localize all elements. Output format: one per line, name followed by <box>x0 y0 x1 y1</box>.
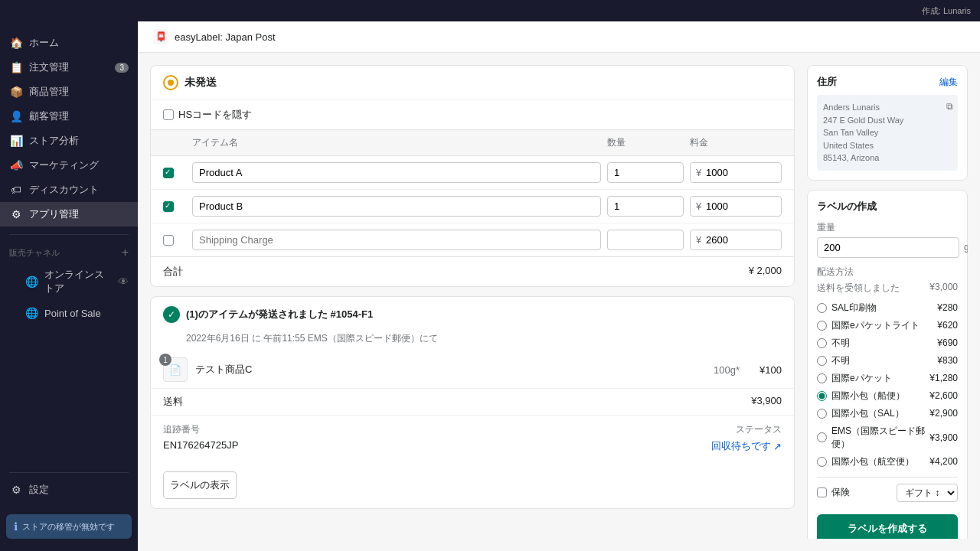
sidebar-item-products[interactable]: 📦 商品管理 <box>0 80 138 104</box>
analytics-icon: 📊 <box>9 134 23 148</box>
tracking-label: 追跡番号 <box>163 423 471 436</box>
sales-channels-label: 販売チャネル <box>9 247 60 259</box>
sidebar-item-apps[interactable]: ⚙ アプリ管理 <box>0 202 138 227</box>
radio-intl_parcel_sal[interactable] <box>817 409 827 419</box>
tracking-link[interactable]: 回収待ちです ↗ <box>474 439 782 453</box>
channels-container: 🌐 オンラインストア 👁 🌐 Point of Sale <box>0 262 138 325</box>
sidebar-item-settings[interactable]: ⚙ 設定 <box>0 478 138 502</box>
insurance-checkbox[interactable] <box>817 487 827 497</box>
sidebar-item-analytics[interactable]: 📊 ストア分析 <box>0 129 138 153</box>
address-card: 住所 編集 Anders Lunaris247 E Gold Dust WayS… <box>807 65 968 181</box>
item-2-name-input[interactable] <box>192 196 601 217</box>
price-prefix-1: ¥ <box>696 167 701 178</box>
notification-text: ストアの移管が無効です <box>22 521 115 533</box>
content-area: 未発送 HSコードを隠す アイテム名 数量 料金 <box>138 53 980 551</box>
shipped-subtitle: 2022年6月16日 に 午前11:55 EMS（国際スピード郵便）にて <box>151 332 794 351</box>
weight-row: g <box>817 237 958 258</box>
create-label-button[interactable]: ラベルを作成する <box>817 514 958 540</box>
radio-intl_parcel_air[interactable] <box>817 457 827 467</box>
sidebar-main-section: 🏠 ホーム 📋 注文管理 3 📦 商品管理 👤 顧客管理 📊 ストア分析 📣 マ… <box>0 28 138 230</box>
credit-text: 作成: Lunaris <box>922 5 971 17</box>
total-label: 合計 <box>163 265 183 279</box>
customers-icon: 👤 <box>9 109 23 123</box>
radio-option-intl_parcel_sal[interactable]: 国際小包（SAL） ¥2,900 <box>817 405 958 422</box>
unfulfilled-header: 未発送 <box>151 66 794 100</box>
hs-code-checkbox-label[interactable]: HSコードを隠す <box>163 108 252 122</box>
radio-label-intl_parcel_ship: 国際小包（船便） <box>831 390 925 403</box>
item-3-price-input[interactable] <box>690 230 782 250</box>
radio-option-intl_parcel_air[interactable]: 国際小包（航空便） ¥4,200 <box>817 453 958 471</box>
radio-label-sal_print: SAL印刷物 <box>831 302 933 315</box>
radio-price-intl_epacket_lite: ¥620 <box>937 320 958 331</box>
sidebar-channel-pos[interactable]: 🌐 Point of Sale <box>0 301 138 325</box>
radio-unknown1[interactable] <box>817 338 827 348</box>
sidebar-item-marketing[interactable]: 📣 マーケティング <box>0 153 138 178</box>
copy-address-icon[interactable]: ⧉ <box>946 99 953 113</box>
radio-unknown2[interactable] <box>817 356 827 366</box>
radio-option-intl_epacket[interactable]: 国際eパケット ¥1,280 <box>817 370 958 387</box>
radio-option-intl_parcel_ship[interactable]: 国際小包（船便） ¥2,600 <box>817 387 958 405</box>
sidebar-divider-1 <box>9 234 129 235</box>
sidebar-item-customers[interactable]: 👤 顧客管理 <box>0 104 138 129</box>
add-channel-icon[interactable]: + <box>122 246 129 259</box>
shipped-item-weight: 100g* <box>714 364 740 376</box>
weight-unit: g <box>964 242 968 253</box>
radio-label-ems: EMS（国際スピード郵便） <box>831 425 925 451</box>
radio-intl_epacket[interactable] <box>817 373 827 383</box>
price-prefix-3: ¥ <box>696 234 701 246</box>
sidebar-item-orders[interactable]: 📋 注文管理 3 <box>0 55 138 80</box>
shipped-header: ✓ (1)のアイテムが発送されました #1054-F1 <box>151 297 794 332</box>
item-2-qty-input[interactable] <box>607 196 684 217</box>
item-1-name-input[interactable] <box>192 162 601 183</box>
item-1-checkbox[interactable] <box>163 168 174 178</box>
table-header: アイテム名 数量 料金 <box>151 129 794 156</box>
hs-code-checkbox[interactable] <box>163 109 174 120</box>
weight-input[interactable] <box>817 237 959 258</box>
item-3-qty-input[interactable] <box>607 230 684 250</box>
unfulfilled-status-icon <box>163 75 178 90</box>
item-1-price-wrap: ¥ <box>690 162 782 183</box>
radio-option-intl_epacket_lite[interactable]: 国際eパケットライト ¥620 <box>817 317 958 334</box>
insurance-label: 保険 <box>831 486 892 499</box>
view-label-button[interactable]: ラベルの表示 <box>163 471 237 499</box>
gift-select[interactable]: ギフト ↕ <box>897 484 958 502</box>
sidebar-label-discounts: ディスカウント <box>29 183 99 197</box>
hs-code-label: HSコードを隠す <box>178 108 252 122</box>
item-3-checkbox[interactable] <box>163 235 174 246</box>
radio-option-unknown1[interactable]: 不明 ¥690 <box>817 334 958 352</box>
orders-icon: 📋 <box>9 60 23 74</box>
shipped-item-doc-icon: 📄 <box>169 364 181 376</box>
radio-option-unknown2[interactable]: 不明 ¥830 <box>817 352 958 370</box>
item-2-price-input[interactable] <box>690 196 782 217</box>
shipped-item-row: 1 📄 テスト商品C 100g* ¥100 <box>151 351 794 388</box>
channel-label-pos: Point of Sale <box>44 308 101 319</box>
radio-intl_epacket_lite[interactable] <box>817 321 827 331</box>
eye-icon[interactable]: 👁 <box>118 276 129 288</box>
label-creation-card: ラベルの作成 重量 g 配送方法 送料を受領しました ¥3,000 SAL <box>807 190 968 540</box>
left-panel: 未発送 HSコードを隠す アイテム名 数量 料金 <box>150 65 795 539</box>
radio-ems[interactable] <box>817 432 827 442</box>
main-content: 📮 easyLabel: Japan Post 未発送 <box>138 21 980 551</box>
item-1-price-input[interactable] <box>690 162 782 183</box>
sidebar-item-home[interactable]: 🏠 ホーム <box>0 31 138 55</box>
sidebar-label-customers: 顧客管理 <box>29 109 69 123</box>
info-icon: ℹ <box>14 520 18 533</box>
radio-option-sal_print[interactable]: SAL印刷物 ¥280 <box>817 299 958 317</box>
shipped-status-icon: ✓ <box>163 306 180 323</box>
radio-option-ems[interactable]: EMS（国際スピード郵便） ¥3,900 <box>817 422 958 453</box>
item-2-checkbox[interactable] <box>163 201 174 212</box>
right-panel: 住所 編集 Anders Lunaris247 E Gold Dust WayS… <box>807 65 968 539</box>
edit-address-link[interactable]: 編集 <box>939 76 958 89</box>
sidebar-label-orders: 注文管理 <box>29 60 69 74</box>
shipped-title: (1)のアイテムが発送されました <box>186 308 328 320</box>
home-icon: 🏠 <box>9 36 23 50</box>
sidebar-channel-online[interactable]: 🌐 オンラインストア 👁 <box>0 262 138 301</box>
item-3-name-input[interactable] <box>192 230 601 250</box>
item-1-qty-input[interactable] <box>607 162 684 183</box>
migration-notification[interactable]: ℹ ストアの移管が無効です <box>6 514 132 539</box>
sidebar-item-discounts[interactable]: 🏷 ディスカウント <box>0 178 138 202</box>
radio-sal_print[interactable] <box>817 303 827 313</box>
radio-intl_parcel_ship[interactable] <box>817 391 827 401</box>
shipping-received-label: 送料を受領しました <box>817 282 900 295</box>
hs-code-row: HSコードを隠す <box>151 100 794 129</box>
